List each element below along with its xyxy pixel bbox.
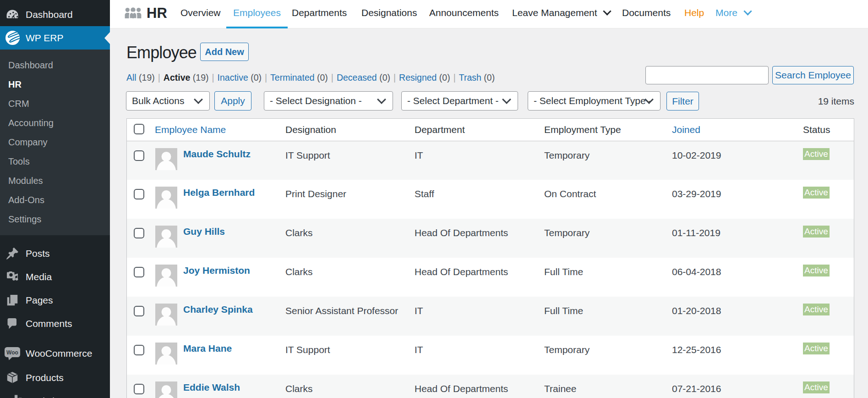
svg-text:Woo: Woo: [6, 349, 18, 356]
